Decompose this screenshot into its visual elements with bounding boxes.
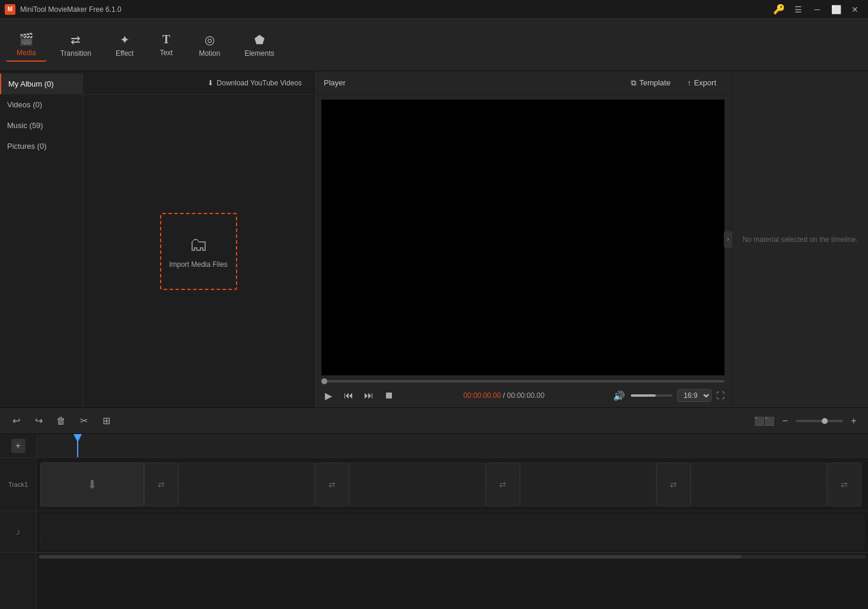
toolbar-media-label: Media [17, 49, 36, 57]
export-button[interactable]: ↑ Export [681, 76, 722, 90]
music-icon: ♪ [16, 527, 21, 537]
toolbar-text-label: Text [159, 49, 173, 57]
right-panel: › No material selected on the timeline. [732, 71, 868, 407]
toolbar-motion-label: Motion [199, 49, 220, 58]
transition-icon-4: ⇄ [670, 480, 677, 489]
zoom-out-button[interactable]: − [778, 414, 792, 428]
main-row: My Album (0) Videos (0) Music (59) Pictu… [0, 71, 868, 407]
transition-icon-1: ⇄ [158, 480, 165, 489]
zoom-slider[interactable] [796, 420, 843, 422]
sidebar-item-music[interactable]: Music (59) [0, 115, 82, 136]
folder-icon: 🗂 [189, 234, 208, 256]
time-current: 00:00:00.00 [464, 391, 501, 400]
sidebar-item-myalbum[interactable]: My Album (0) [0, 74, 82, 94]
timeline-tools-left: ↩ ↪ 🗑 ✂ ⊞ [7, 412, 115, 430]
app-title: MiniTool MovieMaker Free 6.1.0 [20, 5, 122, 14]
toolbar-motion[interactable]: ◎ Motion [188, 29, 231, 61]
import-label: Import Media Files [169, 260, 228, 269]
add-track-button[interactable]: + [11, 439, 25, 453]
toolbar-text[interactable]: T Text [147, 29, 185, 60]
next-frame-button[interactable]: ⏭ [362, 388, 376, 403]
prev-frame-button[interactable]: ⏮ [342, 388, 356, 403]
restore-button[interactable]: ⬜ [828, 1, 844, 18]
transition-slot-4[interactable]: ⇄ [656, 463, 691, 506]
right-panel-toggle[interactable]: › [724, 231, 732, 248]
timeline-body: + Track1 ♪ ⬇ [0, 434, 868, 609]
empty-clip-1[interactable] [178, 463, 315, 506]
clip-icon: ⬇ [87, 477, 97, 492]
zoom-in-button[interactable]: + [847, 414, 861, 428]
progress-thumb[interactable] [321, 378, 327, 384]
export-label: Export [694, 78, 716, 87]
sidebar: My Album (0) Videos (0) Music (59) Pictu… [0, 71, 83, 407]
toolbar-effect[interactable]: ✦ Effect [105, 29, 144, 61]
minimize-button[interactable]: ─ [809, 1, 825, 18]
toolbar: 🎬 Media ⇄ Transition ✦ Effect T Text ◎ M… [0, 19, 868, 71]
player-controls: ▶ ⏮ ⏭ ⏹ 00:00:00.00 / 00:00:00.00 🔊 [314, 385, 732, 407]
media-content: 🗂 Import Media Files [83, 95, 314, 407]
transition-icon: ⇄ [71, 33, 81, 47]
premium-icon[interactable]: 🔑 [771, 1, 787, 18]
progress-track[interactable] [321, 380, 725, 382]
track-content: ⬇ ⇄ ⇄ ⇄ ⇄ [37, 434, 868, 609]
volume-fill [631, 394, 656, 397]
sidebar-item-videos[interactable]: Videos (0) [0, 94, 82, 115]
cut-button[interactable]: ✂ [75, 412, 92, 430]
player-progress[interactable] [314, 380, 732, 382]
delete-button[interactable]: 🗑 [52, 412, 70, 430]
timeline-tools-right: ⬛⬛ − + [754, 414, 861, 428]
transition-icon-5: ⇄ [841, 480, 848, 489]
template-icon: ⧉ [631, 78, 636, 88]
transition-slot-5[interactable]: ⇄ [827, 463, 861, 506]
empty-clip-2[interactable] [349, 463, 486, 506]
import-media-box[interactable]: 🗂 Import Media Files [160, 213, 237, 290]
empty-clip-3[interactable] [520, 463, 656, 506]
time-display: 00:00:00.00 / 00:00:00.00 [464, 391, 545, 400]
toolbar-elements[interactable]: ⬟ Elements [234, 29, 285, 61]
track1-row: ⬇ ⇄ ⇄ ⇄ ⇄ [37, 458, 868, 511]
menu-button[interactable]: ☰ [790, 1, 806, 18]
playhead[interactable] [77, 434, 78, 457]
fullscreen-button[interactable]: ⛶ [716, 391, 725, 400]
redo-button[interactable]: ↪ [30, 412, 47, 430]
effect-icon: ✦ [120, 33, 130, 47]
controls-left: ▶ ⏮ ⏭ ⏹ [321, 388, 396, 403]
time-total: 00:00:00.00 [507, 391, 544, 400]
player-actions: ⧉ Template ↑ Export [625, 76, 722, 90]
app-container: 🎬 Media ⇄ Transition ✦ Effect T Text ◎ M… [0, 19, 868, 609]
volume-slider[interactable] [631, 394, 672, 397]
toolbar-transition[interactable]: ⇄ Transition [50, 29, 102, 61]
crop-button[interactable]: ⊞ [97, 412, 115, 430]
music-track-area[interactable] [40, 515, 864, 549]
aspect-ratio-select[interactable]: 16:9 9:16 1:1 4:3 [677, 389, 711, 402]
timeline-ruler [37, 434, 868, 458]
undo-button[interactable]: ↩ [7, 412, 25, 430]
download-youtube-button[interactable]: ⬇ Download YouTube Videos [203, 76, 307, 90]
play-button[interactable]: ▶ [321, 388, 336, 403]
volume-icon[interactable]: 🔊 [612, 388, 626, 403]
clip-main[interactable]: ⬇ [40, 463, 144, 506]
sidebar-item-pictures[interactable]: Pictures (0) [0, 136, 82, 157]
transition-slot-3[interactable]: ⇄ [486, 463, 520, 506]
toolbar-media[interactable]: 🎬 Media [6, 28, 47, 62]
timeline-scrollbar[interactable] [37, 553, 868, 560]
track1-label: Track1 [0, 458, 36, 511]
scrollbar-track[interactable] [39, 555, 866, 559]
zoom-thumb [822, 418, 828, 424]
stop-button[interactable]: ⏹ [382, 388, 396, 403]
scrollbar-thumb[interactable] [39, 555, 742, 559]
title-bar: M MiniTool MovieMaker Free 6.1.0 🔑 ☰ ─ ⬜… [0, 0, 868, 19]
toolbar-transition-label: Transition [60, 49, 91, 58]
close-button[interactable]: ✕ [847, 1, 863, 18]
player-header: Player ⧉ Template ↑ Export [314, 71, 732, 95]
download-icon: ⬇ [208, 79, 213, 87]
timeline-toolbar: ↩ ↪ 🗑 ✂ ⊞ ⬛⬛ − + [0, 408, 868, 434]
empty-clip-4[interactable] [691, 463, 827, 506]
elements-icon: ⬟ [254, 33, 264, 47]
template-button[interactable]: ⧉ Template [625, 76, 676, 90]
video-preview [321, 100, 725, 375]
transition-slot-1[interactable]: ⇄ [144, 463, 178, 506]
transition-slot-2[interactable]: ⇄ [315, 463, 349, 506]
motion-icon: ◎ [205, 33, 215, 47]
template-label: Template [639, 78, 671, 87]
